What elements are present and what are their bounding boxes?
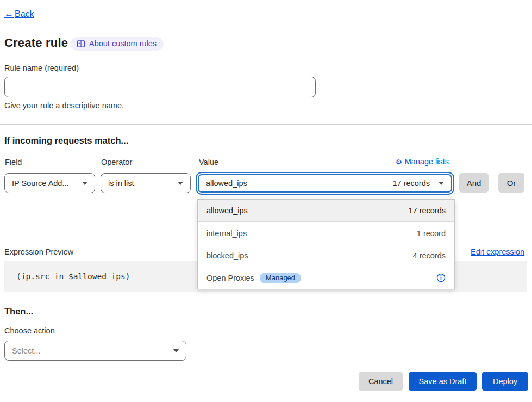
rule-name-label: Rule name (required) bbox=[4, 64, 79, 72]
value-select-record-count: 17 records bbox=[392, 179, 430, 188]
field-select-value: IP Source Add... bbox=[12, 179, 82, 188]
rule-name-helper-text: Give your rule a descriptive name. bbox=[4, 101, 124, 110]
list-option-name: blocked_ips bbox=[206, 251, 248, 260]
value-label: Value bbox=[199, 158, 218, 166]
expression-code: (ip.src in $allowed_ips) bbox=[16, 272, 130, 281]
about-custom-rules-label: About custom rules bbox=[89, 39, 157, 48]
rule-name-input[interactable] bbox=[4, 77, 316, 97]
action-select-placeholder: Select... bbox=[12, 347, 173, 355]
and-button[interactable]: And bbox=[459, 173, 489, 193]
book-icon bbox=[77, 40, 85, 48]
chevron-down-icon bbox=[178, 182, 183, 185]
about-custom-rules-link[interactable]: About custom rules bbox=[71, 37, 164, 51]
expression-preview-label: Expression Preview bbox=[4, 248, 73, 256]
save-as-draft-button[interactable]: Save as Draft bbox=[409, 372, 477, 391]
list-option-name: Open Proxies bbox=[206, 274, 254, 282]
edit-expression-link[interactable]: Edit expression bbox=[471, 248, 524, 256]
field-select[interactable]: IP Source Add... bbox=[4, 173, 95, 193]
list-option-name: internal_ips bbox=[206, 229, 247, 238]
chevron-down-icon bbox=[439, 182, 444, 185]
back-link-label: Back bbox=[15, 9, 34, 19]
back-link[interactable]: ← Back bbox=[4, 9, 34, 20]
chevron-down-icon bbox=[173, 349, 179, 352]
operator-select[interactable]: is in list bbox=[101, 173, 191, 193]
cancel-button[interactable]: Cancel bbox=[359, 372, 403, 391]
value-select-value: allowed_ips bbox=[206, 179, 392, 188]
list-option-open-proxies[interactable]: Open Proxies Managed bbox=[198, 267, 454, 289]
create-rule-page: ← Back Create rule About custom rules Ru… bbox=[0, 0, 532, 402]
chevron-down-icon bbox=[82, 182, 87, 185]
choose-action-label: Choose action bbox=[4, 326, 55, 335]
manage-lists-label: Manage lists bbox=[405, 157, 449, 166]
or-button[interactable]: Or bbox=[498, 173, 524, 193]
managed-badge: Managed bbox=[260, 273, 301, 283]
manage-lists-link[interactable]: ⚙ Manage lists bbox=[396, 157, 449, 166]
value-select[interactable]: allowed_ips 17 records bbox=[198, 174, 452, 193]
list-option-record-count: 17 records bbox=[408, 206, 446, 215]
operator-select-value: is in list bbox=[108, 179, 178, 188]
list-dropdown-menu: allowed_ips 17 records internal_ips 1 re… bbox=[197, 199, 455, 289]
list-option-record-count: 1 record bbox=[417, 229, 446, 238]
page-title: Create rule bbox=[4, 36, 68, 50]
operator-label: Operator bbox=[101, 158, 132, 166]
match-section-heading: If incoming requests match... bbox=[4, 135, 128, 146]
list-option-allowed-ips[interactable]: allowed_ips 17 records bbox=[198, 200, 454, 222]
info-icon[interactable] bbox=[436, 273, 446, 282]
action-select[interactable]: Select... bbox=[4, 341, 186, 361]
section-divider bbox=[0, 124, 532, 125]
left-arrow-icon: ← bbox=[4, 9, 14, 20]
list-option-internal-ips[interactable]: internal_ips 1 record bbox=[198, 222, 454, 244]
list-option-record-count: 4 records bbox=[413, 251, 446, 260]
list-option-name: allowed_ips bbox=[206, 206, 248, 215]
list-option-blocked-ips[interactable]: blocked_ips 4 records bbox=[198, 244, 454, 267]
deploy-button[interactable]: Deploy bbox=[482, 372, 528, 391]
gear-icon: ⚙ bbox=[396, 158, 402, 166]
field-label: Field bbox=[5, 158, 22, 166]
then-section-heading: Then... bbox=[4, 306, 33, 317]
